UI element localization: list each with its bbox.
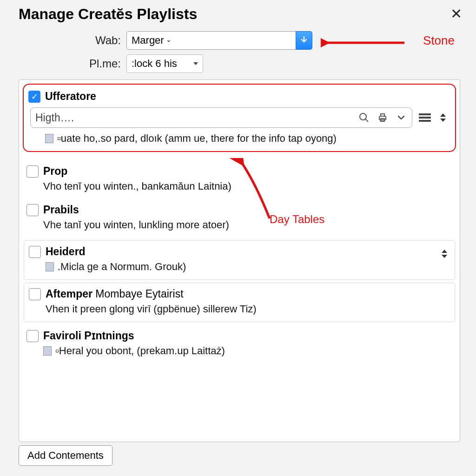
checkbox[interactable]	[29, 246, 41, 258]
item-desc: Vho tenĭ you winten., bankamăun Laitnia)	[43, 180, 451, 192]
item-title: Aftemper Mombaye Eytairist	[46, 288, 184, 300]
item-title: Faviroli Pɪntnings	[43, 330, 134, 342]
chevron-down-icon[interactable]	[395, 112, 407, 124]
list-item: Aftemper Mombaye Eytairist Vhen it preen…	[24, 283, 455, 322]
item-title: Heiderd	[46, 245, 86, 258]
search-icon[interactable]	[358, 112, 370, 124]
search-placeholder: Higth….	[35, 112, 351, 124]
thumbnail-icon	[45, 134, 53, 143]
list-item: Prabils Vhe tanĭ you winten, lunkling mo…	[22, 199, 457, 238]
search-input[interactable]: Higth….	[30, 107, 412, 128]
thumbnail-icon	[43, 346, 52, 356]
item-desc: Vhe tanĭ you winten, lunkling more atoer…	[43, 219, 451, 231]
item-title: Ufferatore	[45, 90, 96, 103]
item-desc: .Micla ge a Normum. Grouk)	[58, 261, 186, 273]
dialog: Manage Creatĕs Playlists ✕ Wab: Marger P…	[0, 0, 476, 476]
item-desc: Vhen it preen glong virī (gpbënue) sille…	[46, 303, 449, 315]
print-icon[interactable]	[377, 112, 389, 124]
wab-dropdown-value: Marger	[132, 34, 172, 46]
thumbnail-icon	[46, 262, 54, 271]
list-item: Faviroli Pɪntnings ▫Heral you obont, (pr…	[22, 325, 457, 364]
wab-label: Wab:	[84, 34, 121, 47]
plme-label: Pl.me:	[84, 57, 121, 70]
list-item: Prop Vho tenĭ you winten., bankamăun Lai…	[22, 160, 457, 199]
list-item: Heiderd .Micla ge a Normum. Grouk)	[24, 240, 455, 280]
item-title: Prabils	[43, 204, 79, 216]
item-desc: ▫Heral you obont, (prekam.up Laittaż)	[55, 345, 225, 357]
checkbox[interactable]	[26, 204, 39, 216]
dialog-title: Manage Creatĕs Playlists	[19, 6, 197, 23]
download-arrow-icon	[300, 36, 308, 45]
add-contements-button[interactable]: Add Contements	[19, 445, 112, 466]
item-title: Prop	[43, 165, 67, 178]
sort-handle[interactable]	[440, 111, 447, 124]
plme-dropdown[interactable]: :lock 6 his	[126, 54, 203, 73]
checkbox[interactable]	[29, 288, 41, 300]
wab-dropdown[interactable]: Marger	[126, 31, 312, 50]
checkbox[interactable]	[26, 330, 39, 342]
item-desc: ▫uate ho,.so pard, dloık (amm ue, there …	[57, 132, 337, 145]
wab-dropdown-button[interactable]	[296, 31, 312, 50]
ufferatore-checkbox[interactable]: ✓	[28, 91, 40, 103]
svg-line-1	[365, 119, 368, 122]
svg-rect-3	[381, 114, 384, 116]
checkbox[interactable]	[26, 165, 39, 178]
hamburger-icon[interactable]	[419, 113, 431, 122]
plme-dropdown-value: :lock 6 his	[132, 58, 177, 70]
highlighted-section: ✓ Ufferatore Higth….	[23, 84, 456, 152]
sort-handle[interactable]	[442, 247, 448, 260]
options-listbox: ✓ Ufferatore Higth….	[19, 79, 460, 442]
svg-point-0	[360, 113, 366, 120]
close-button[interactable]: ✕	[448, 6, 465, 22]
